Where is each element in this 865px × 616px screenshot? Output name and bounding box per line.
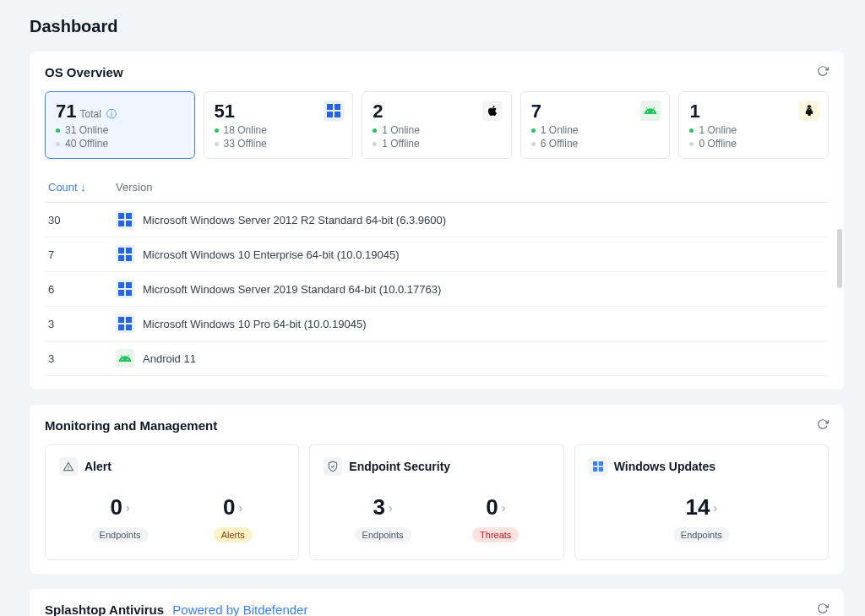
svg-rect-17 [126,290,132,296]
table-row[interactable]: 6Microsoft Windows Server 2019 Standard … [45,272,829,307]
os-count: 1 [689,101,699,123]
refresh-icon [817,602,829,614]
alert-endpoints-stat[interactable]: 0› Endpoints [92,494,149,542]
android-icon [640,101,661,121]
svg-rect-3 [335,112,340,117]
scrollbar[interactable] [837,229,842,288]
os-card-apple[interactable]: 21 Online1 Offline [362,91,512,159]
alert-alerts-stat[interactable]: 0› Alerts [214,494,253,542]
refresh-icon [817,65,829,77]
svg-rect-14 [118,282,124,288]
col-count[interactable]: Count ↓ [45,174,112,203]
page-title: Dashboard [30,17,844,36]
win-icon [116,210,134,229]
svg-rect-25 [598,467,602,472]
offline-stat: 1 Offline [373,138,501,150]
svg-rect-1 [335,104,340,110]
antivirus-title: Splashtop Antivirus Powered by Bitdefend… [45,602,829,616]
row-version: Microsoft Windows Server 2012 R2 Standar… [143,214,446,226]
svg-rect-11 [126,248,132,253]
shield-icon [324,457,342,476]
svg-rect-16 [118,290,124,296]
svg-rect-0 [327,104,333,110]
table-row[interactable]: 3Microsoft Windows 10 Pro 64-bit (10.0.1… [45,307,829,341]
row-version: Microsoft Windows Server 2019 Standard 6… [143,283,441,296]
win-icon [116,245,134,264]
alert-card[interactable]: Alert 0› Endpoints 0› Alerts [45,444,299,560]
online-stat: 1 Online [531,124,660,136]
os-card-total[interactable]: 71Total ⓘ31 Online40 Offline [45,91,195,159]
windows-updates-endpoints-stat[interactable]: 14› Endpoints [673,494,730,542]
total-label: Total [79,108,101,120]
svg-rect-9 [126,221,132,226]
threats-badge: Threats [472,527,519,542]
row-version: Microsoft Windows 10 Pro 64-bit (10.0.19… [143,318,366,330]
os-count: 7 [531,101,541,123]
svg-rect-6 [118,213,124,219]
refresh-icon [817,418,829,430]
refresh-button[interactable] [815,601,830,616]
table-row[interactable]: 3Android 11 [45,341,829,376]
alert-title: Alert [84,460,112,473]
online-stat: 31 Online [56,124,184,136]
row-count: 3 [45,307,112,341]
alert-icon [59,457,78,476]
monitoring-title: Monitoring and Management [45,418,829,433]
online-stat: 1 Online [373,124,501,136]
refresh-button[interactable] [815,63,830,79]
os-overview-card: OS Overview 71Total ⓘ31 Online40 Offline… [30,52,844,390]
endpoint-security-endpoints-stat[interactable]: 3› Endpoints [355,494,411,542]
svg-rect-19 [126,317,132,323]
row-version: Microsoft Windows 10 Enterprise 64-bit (… [143,248,399,261]
row-count: 7 [45,237,112,272]
endpoints-badge: Endpoints [673,527,730,542]
os-count: 51 [215,101,235,123]
svg-rect-22 [593,461,597,466]
refresh-button[interactable] [815,417,830,432]
svg-rect-21 [126,324,132,330]
svg-rect-12 [118,255,124,261]
table-row[interactable]: 30Microsoft Windows Server 2012 R2 Stand… [45,203,829,237]
chevron-right-icon: › [389,501,393,515]
windows-icon [589,457,607,476]
offline-stat: 0 Offline [689,138,818,150]
powered-by-link[interactable]: Powered by Bitdefender [172,602,307,616]
windows-updates-card[interactable]: Windows Updates 14› Endpoints [574,444,829,560]
svg-rect-2 [327,112,333,117]
table-row[interactable]: 7Microsoft Windows 10 Enterprise 64-bit … [45,237,829,272]
svg-rect-20 [118,324,124,330]
svg-point-4 [808,107,808,108]
os-card-linux[interactable]: 11 Online0 Offline [678,91,829,159]
svg-rect-23 [598,461,602,466]
row-count: 6 [45,272,112,307]
endpoint-security-title: Endpoint Security [349,460,450,473]
win-icon [116,280,134,298]
sort-down-icon: ↓ [80,181,86,194]
linux-icon [799,101,819,121]
monitoring-card: Monitoring and Management Alert 0› Endpo… [30,405,844,574]
row-count: 30 [45,203,112,237]
endpoint-security-card[interactable]: Endpoint Security 3› Endpoints 0› Threat… [309,444,563,560]
apple-icon [482,101,503,121]
offline-stat: 33 Offline [215,138,343,150]
endpoints-badge: Endpoints [355,527,411,542]
info-icon[interactable]: ⓘ [106,108,117,120]
online-stat: 1 Online [689,124,818,136]
os-overview-title: OS Overview [45,65,829,79]
os-card-win[interactable]: 5118 Online33 Offline [204,91,354,159]
alerts-badge: Alerts [214,527,253,542]
svg-rect-7 [126,213,132,219]
endpoint-security-threats-stat[interactable]: 0› Threats [472,494,519,542]
col-version[interactable]: Version [112,174,829,203]
svg-point-5 [810,107,811,108]
os-card-android[interactable]: 71 Online6 Offline [520,91,671,159]
chevron-right-icon: › [126,501,130,515]
offline-stat: 6 Offline [531,138,660,150]
svg-rect-18 [118,317,124,323]
os-version-table: Count ↓ Version 30Microsoft Windows Serv… [45,174,829,376]
os-count: 2 [373,101,383,123]
chevron-right-icon: › [239,501,243,515]
windows-updates-title: Windows Updates [614,460,715,473]
svg-rect-24 [593,467,597,472]
win-icon [116,314,134,333]
